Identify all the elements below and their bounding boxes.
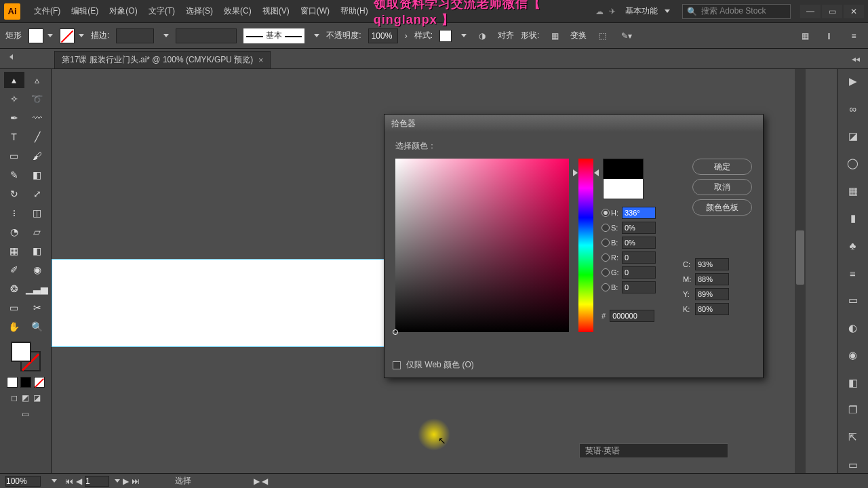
color-swatches-button[interactable]: 颜色色板 [692,199,752,216]
gradient-tool[interactable]: ◧ [27,243,47,259]
hue-radio[interactable] [601,209,610,217]
list-icon[interactable]: ≡ [845,27,863,45]
color-marker[interactable] [393,329,398,335]
free-transform-tool[interactable]: ◫ [27,205,47,221]
line-tool[interactable]: ╱ [27,129,47,145]
red-radio[interactable] [601,253,610,262]
recolor-icon[interactable]: ◑ [473,27,491,45]
transform-link[interactable]: 变换 [570,30,587,41]
window-close-button[interactable]: ✕ [844,5,864,18]
curvature-tool[interactable]: 〰 [27,110,47,126]
hue-slider[interactable] [578,159,593,332]
align-label[interactable]: 对齐 [498,30,514,41]
stroke-weight-input[interactable] [116,28,154,43]
fill-stroke-indicator[interactable] [11,342,41,371]
menu-edit[interactable]: 编辑(E) [66,5,104,17]
menu-view[interactable]: 视图(V) [257,5,295,17]
perspective-tool[interactable]: ▱ [27,224,47,240]
artboard-navigator[interactable]: ⏮◀ ▶⏭ [65,476,140,487]
asset-export-icon[interactable]: ⇱ [844,429,862,445]
brightness-input[interactable] [622,237,656,249]
color-mode-button[interactable] [7,377,18,388]
brushes-panel-icon[interactable]: ▮ [844,210,862,226]
ok-button[interactable]: 确定 [692,159,752,175]
style-swatch[interactable] [439,30,452,42]
stroke-profile-input[interactable] [176,28,237,43]
artboard-tool[interactable]: ▭ [4,300,24,316]
gradient-mode-button[interactable] [20,377,31,388]
magenta-input[interactable] [695,273,729,285]
blue-radio[interactable] [601,283,610,291]
magic-wand-tool[interactable]: ✧ [4,91,24,107]
shape-link[interactable]: 形状: [521,30,539,41]
hex-input[interactable] [610,310,654,322]
pen-tool[interactable]: ✒ [4,110,24,126]
layers-panel-icon[interactable]: ❐ [844,402,862,418]
stroke-swatch-control[interactable] [60,28,84,43]
opacity-input[interactable] [368,28,398,43]
type-tool[interactable]: T [4,129,24,145]
cancel-button[interactable]: 取消 [692,179,752,195]
draw-inside-icon[interactable]: ◪ [33,393,41,403]
red-input[interactable] [622,251,656,264]
swatches-panel-icon[interactable]: ▦ [844,183,862,199]
hue-input[interactable] [622,207,656,219]
graph-tool[interactable]: ▁▃▅ [27,281,47,297]
artboard-number-input[interactable] [85,476,109,487]
artboards-panel-icon[interactable]: ▭ [844,457,862,473]
brush-preset-dropdown[interactable]: 基本 [243,28,304,43]
cyan-input[interactable] [695,258,729,270]
shaper-tool[interactable]: ✎ [4,167,24,183]
stroke-panel-icon[interactable]: ≡ [844,265,862,281]
web-colors-checkbox[interactable] [393,361,401,369]
lasso-tool[interactable]: ➰ [27,91,47,107]
window-minimize-button[interactable]: — [800,5,821,18]
scrollbar-thumb[interactable] [796,230,804,285]
hand-tool[interactable]: ✋ [4,319,24,335]
properties-panel-icon[interactable]: ▶ [844,73,862,89]
shape-props-icon[interactable]: ▦ [546,27,564,45]
close-icon[interactable]: × [258,56,263,65]
menu-select[interactable]: 选择(S) [180,5,218,17]
zoom-tool[interactable]: 🔍 [27,319,47,335]
stock-search-input[interactable]: 🔍 搜索 Adobe Stock [682,4,791,19]
panel-collapse-icon[interactable]: ◂◂ [852,54,860,64]
slice-tool[interactable]: ✂ [27,300,47,316]
eraser-tool[interactable]: ◧ [27,167,47,183]
menu-effect[interactable]: 效果(C) [218,5,257,17]
plane-icon[interactable]: ✈ [606,7,618,16]
document-tab[interactable]: 第17课 服装行业门头.ai* @ 100% (CMYK/GPU 预览) × [54,51,271,68]
dialog-title-bar[interactable]: 拾色器 [384,115,763,132]
direct-selection-tool[interactable]: ▵ [27,72,47,88]
draw-behind-icon[interactable]: ◩ [22,393,29,403]
saturation-radio[interactable] [601,224,610,232]
fill-swatch-control[interactable] [28,28,53,43]
symbol-sprayer-tool[interactable]: ❂ [4,281,24,297]
symbols-panel-icon[interactable]: ♣ [844,237,862,253]
appearance-panel-icon[interactable]: ◉ [844,347,862,363]
transparency-panel-icon[interactable]: ◐ [844,320,862,336]
none-mode-button[interactable] [34,377,45,388]
menu-object[interactable]: 对象(O) [104,5,142,17]
selected-rectangle[interactable] [52,259,425,347]
draw-normal-icon[interactable]: ◻ [11,393,18,403]
green-radio[interactable] [601,268,610,277]
current-color-preview[interactable] [604,179,643,199]
isolate-icon[interactable]: ⬚ [593,27,611,45]
menu-help[interactable]: 帮助(H) [335,5,374,17]
paintbrush-tool[interactable]: 🖌 [27,148,47,164]
edit-icon[interactable]: ✎▾ [618,27,635,45]
fill-indicator[interactable] [11,342,31,362]
menu-window[interactable]: 窗口(W) [295,5,335,17]
width-tool[interactable]: ⫶ [4,205,24,221]
zoom-input[interactable] [5,476,41,487]
color-panel-icon[interactable]: ◪ [844,128,862,144]
green-input[interactable] [622,266,656,279]
gradient-panel-icon[interactable]: ▭ [844,292,862,308]
shape-builder-tool[interactable]: ◔ [4,224,24,240]
rotate-tool[interactable]: ↻ [4,186,24,202]
rectangle-tool[interactable]: ▭ [4,148,24,164]
scale-tool[interactable]: ⤢ [27,186,47,202]
selection-tool[interactable]: ▴ [4,72,24,88]
libraries-panel-icon[interactable]: ∞ [844,100,862,117]
